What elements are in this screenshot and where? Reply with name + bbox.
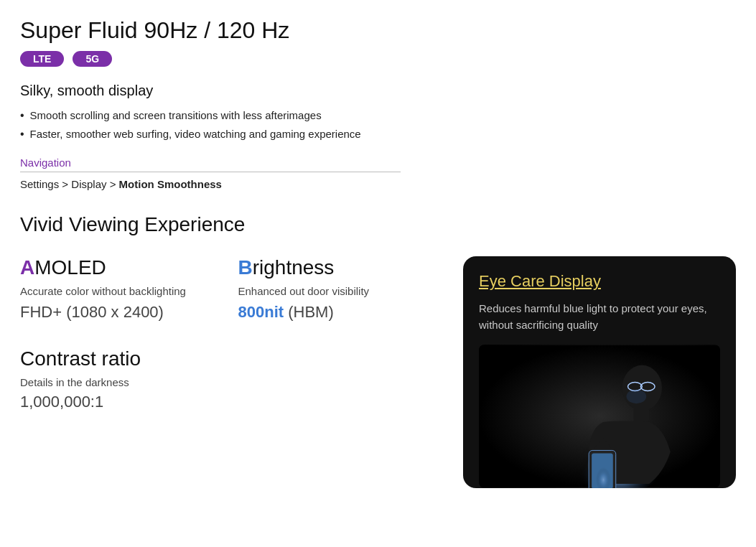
amoled-letter: A bbox=[20, 256, 34, 279]
badge-lte: LTE bbox=[20, 51, 64, 67]
contrast-title: Contrast ratio bbox=[20, 347, 434, 370]
nav-path-prefix: Settings > Display > bbox=[20, 178, 119, 190]
navigation-section: Navigation Settings > Display > Motion S… bbox=[20, 156, 736, 190]
contrast-value: 1,000,000:1 bbox=[20, 393, 434, 411]
eye-care-image bbox=[479, 345, 720, 488]
amoled-spec: FHD+ (1080 x 2400) bbox=[20, 303, 217, 322]
contrast-letter: C bbox=[20, 347, 34, 370]
nav-divider bbox=[20, 172, 401, 172]
amoled-block: AMOLED Accurate color without backlighti… bbox=[20, 256, 217, 322]
brightness-block: Brightness Enhanced out door visibility … bbox=[238, 256, 435, 322]
badge-5g: 5G bbox=[73, 51, 112, 67]
brightness-rest: rightness bbox=[253, 256, 335, 279]
brightness-letter: B bbox=[238, 256, 253, 279]
features-grid: AMOLED Accurate color without backlighti… bbox=[20, 256, 434, 322]
contrast-section: Contrast ratio Details in the darkness 1… bbox=[20, 347, 434, 411]
brightness-suffix: (HBM) bbox=[284, 303, 334, 321]
contrast-desc: Details in the darkness bbox=[20, 376, 434, 388]
silky-subtitle: Silky, smooth display bbox=[20, 83, 736, 99]
page-title: Super Fluid 90Hz / 120 Hz bbox=[20, 17, 736, 44]
nav-label: Navigation bbox=[20, 156, 736, 169]
features-left: AMOLED Accurate color without backlighti… bbox=[20, 256, 434, 411]
svg-rect-8 bbox=[592, 453, 613, 488]
brightness-value: 800nit (HBM) bbox=[238, 303, 435, 322]
svg-rect-5 bbox=[633, 408, 649, 422]
vivid-section-title: Vivid Viewing Experience bbox=[20, 213, 736, 236]
eye-care-card: Eye Care Display Reduces harmful blue li… bbox=[463, 256, 736, 488]
nav-path: Settings > Display > Motion Smoothness bbox=[20, 178, 736, 190]
eye-care-svg bbox=[479, 345, 720, 488]
features-row: AMOLED Accurate color without backlighti… bbox=[20, 256, 736, 488]
nav-path-bold: Motion Smoothness bbox=[119, 178, 222, 190]
bullet-list: Smooth scrolling and screen transitions … bbox=[20, 109, 736, 141]
brightness-desc: Enhanced out door visibility bbox=[238, 285, 435, 297]
eye-care-title: Eye Care Display bbox=[479, 272, 720, 291]
eye-care-desc: Reduces harmful blue light to protect yo… bbox=[479, 301, 720, 333]
amoled-title: AMOLED bbox=[20, 256, 217, 279]
brightness-title: Brightness bbox=[238, 256, 435, 279]
amoled-rest: MOLED bbox=[34, 256, 106, 279]
amoled-desc: Accurate color without backlighting bbox=[20, 285, 217, 297]
badges-row: LTE 5G bbox=[20, 51, 736, 67]
svg-point-9 bbox=[627, 389, 647, 403]
bullet-item-2: Faster, smoother web surfing, video watc… bbox=[20, 128, 736, 141]
brightness-highlight: 800nit bbox=[238, 303, 284, 321]
bullet-item-1: Smooth scrolling and screen transitions … bbox=[20, 109, 736, 122]
contrast-rest: ontrast ratio bbox=[34, 347, 141, 370]
